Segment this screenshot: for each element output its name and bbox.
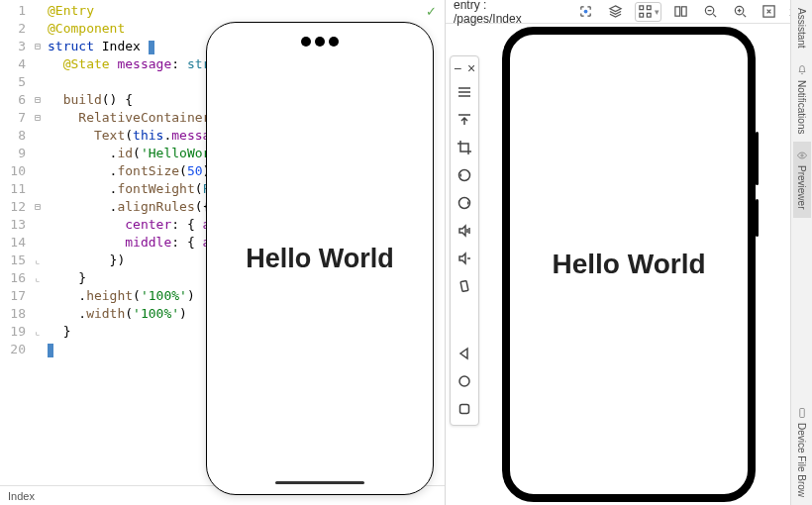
device-icon xyxy=(796,407,808,419)
svg-rect-11 xyxy=(682,7,687,16)
fold-toggle-icon: ⌞ xyxy=(32,269,44,287)
code-line[interactable]: @Entry xyxy=(48,2,441,20)
fit-screen-icon[interactable] xyxy=(760,2,779,22)
right-tool-strip: Assistant Notifications Previewer Device… xyxy=(790,0,812,505)
fold-toggle-icon xyxy=(32,234,44,252)
fold-toggle-icon xyxy=(32,2,44,20)
line-number: 13 xyxy=(2,216,26,234)
fold-toggle-icon xyxy=(32,145,44,162)
collapse-up-icon[interactable] xyxy=(453,108,476,132)
line-number: 18 xyxy=(2,305,26,323)
fold-toggle-icon xyxy=(32,180,44,198)
tab-previewer[interactable]: Previewer xyxy=(793,142,811,217)
line-number: 12 xyxy=(2,198,26,216)
line-number: 3 xyxy=(2,38,26,55)
svg-rect-10 xyxy=(675,7,680,16)
line-number: 11 xyxy=(2,180,26,198)
preview-toolbar: entry : /pages/Index ▾ 1:1 xyxy=(446,0,812,24)
back-icon[interactable] xyxy=(453,342,476,365)
line-number: 9 xyxy=(2,145,26,162)
line-number: 16 xyxy=(2,269,26,287)
fold-toggle-icon xyxy=(32,341,44,358)
svg-rect-16 xyxy=(799,408,804,417)
svg-point-15 xyxy=(800,154,802,156)
fold-toggle-icon xyxy=(32,162,44,180)
eye-icon xyxy=(796,150,808,161)
fold-column[interactable]: ⊟⊟⊟⊟⌞⌞⌞ xyxy=(32,0,44,485)
line-number: 14 xyxy=(2,234,26,252)
fold-toggle-icon xyxy=(32,305,44,323)
rotate-left-icon[interactable] xyxy=(453,163,476,187)
home-indicator-icon xyxy=(275,481,364,484)
svg-rect-9 xyxy=(647,13,651,17)
emulator-toolbar: − × xyxy=(450,55,479,426)
menu-icon[interactable] xyxy=(453,80,476,104)
preview-device-frame[interactable]: Hello World xyxy=(502,27,756,502)
camera-cutout-icon xyxy=(301,37,339,47)
line-number: 5 xyxy=(2,73,26,91)
bell-icon xyxy=(796,64,808,76)
fold-toggle-icon xyxy=(32,73,44,91)
preview-panel: entry : /pages/Index ▾ 1:1 Hello World xyxy=(446,0,812,505)
close-button[interactable]: × xyxy=(465,56,477,80)
device-side-button-icon xyxy=(756,199,759,237)
volume-down-icon[interactable] xyxy=(453,247,476,270)
svg-rect-2 xyxy=(460,280,468,291)
svg-point-5 xyxy=(584,10,588,14)
shake-icon[interactable] xyxy=(453,274,476,298)
fold-toggle-icon[interactable]: ⊟ xyxy=(32,91,44,109)
view-mode-group: ▾ xyxy=(635,2,661,22)
inspect-icon[interactable] xyxy=(576,2,596,22)
caret-icon xyxy=(48,344,53,357)
preview-path-label: entry : /pages/Index xyxy=(454,0,557,26)
line-number: 2 xyxy=(2,20,26,38)
preview-text: Hello World xyxy=(510,249,748,280)
fold-toggle-icon[interactable]: ⊟ xyxy=(32,198,44,216)
zoom-in-icon[interactable] xyxy=(730,2,750,22)
preview-body: Hello World xyxy=(446,24,812,505)
layers-icon[interactable] xyxy=(605,2,625,22)
svg-rect-8 xyxy=(639,13,643,17)
svg-point-3 xyxy=(459,376,469,386)
chevron-down-icon[interactable]: ▾ xyxy=(655,7,660,17)
svg-rect-7 xyxy=(647,6,651,10)
svg-rect-4 xyxy=(460,405,469,414)
fold-toggle-icon xyxy=(32,127,44,145)
fold-toggle-icon xyxy=(32,216,44,234)
emulator-left-text: Hello World xyxy=(207,244,433,274)
line-number: 6 xyxy=(2,91,26,109)
tab-device-file-browser[interactable]: Device File Brow xyxy=(793,399,811,505)
line-number: 15 xyxy=(2,252,26,269)
caret-icon xyxy=(149,41,154,54)
svg-rect-6 xyxy=(639,6,643,10)
tab-assistant[interactable]: Assistant xyxy=(793,0,810,56)
fold-toggle-icon xyxy=(32,20,44,38)
home-icon[interactable] xyxy=(453,369,476,393)
breadcrumb-item[interactable]: Index xyxy=(8,490,35,502)
fold-toggle-icon: ⌞ xyxy=(32,323,44,341)
line-number: 20 xyxy=(2,341,26,358)
fold-toggle-icon xyxy=(32,55,44,73)
zoom-out-icon[interactable] xyxy=(701,2,721,22)
line-number: 19 xyxy=(2,323,26,341)
minimize-button[interactable]: − xyxy=(452,56,463,80)
line-number: 8 xyxy=(2,127,26,145)
line-number: 7 xyxy=(2,109,26,127)
volume-up-icon[interactable] xyxy=(453,219,476,243)
line-number: 10 xyxy=(2,162,26,180)
rotate-right-icon[interactable] xyxy=(453,191,476,215)
fold-toggle-icon[interactable]: ⊟ xyxy=(32,38,44,55)
emulator-device-left[interactable]: Hello World xyxy=(206,22,434,495)
line-number: 17 xyxy=(2,287,26,305)
line-gutter: 1234567891011121314151617181920 xyxy=(0,0,32,485)
fold-toggle-icon[interactable]: ⊟ xyxy=(32,109,44,127)
recents-icon[interactable] xyxy=(453,397,476,421)
line-number: 1 xyxy=(2,2,26,20)
tab-notifications[interactable]: Notifications xyxy=(793,56,811,142)
grid-view-icon[interactable] xyxy=(637,4,653,20)
fold-toggle-icon xyxy=(32,287,44,305)
foldable-icon[interactable] xyxy=(671,2,691,22)
line-number: 4 xyxy=(2,55,26,73)
ide-root: ✓ 1234567891011121314151617181920 ⊟⊟⊟⊟⌞⌞… xyxy=(0,0,812,505)
crop-icon[interactable] xyxy=(453,136,476,159)
